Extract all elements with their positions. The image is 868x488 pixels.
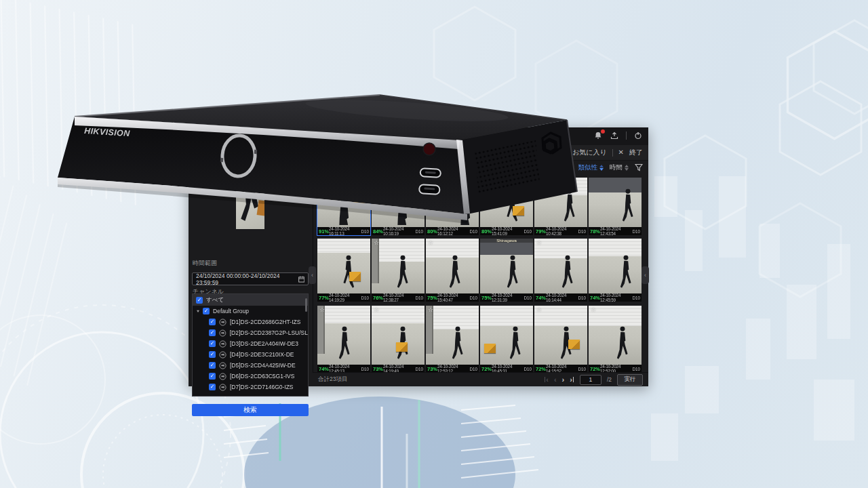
result-cell[interactable]: 77% 24-10-2024 14:19:29 D10 — [317, 239, 370, 302]
favorite-star-icon[interactable]: ☆ — [536, 306, 542, 313]
results-toolbar: 70 類似性 時間 — [548, 162, 644, 173]
favorite-star-icon[interactable]: ☆ — [536, 239, 542, 246]
result-snapshot: ☆ — [426, 239, 479, 293]
calendar-icon[interactable] — [298, 276, 304, 283]
time-range-input[interactable]: 24/10/2024 00:00:00-24/10/2024 23:59:59 — [192, 272, 309, 285]
similarity-value: 72% — [481, 366, 492, 372]
result-snapshot — [480, 178, 533, 227]
results-footer: 合計23項目 ‹ ‹ › › 1 /2 実行 — [313, 372, 648, 386]
result-cell[interactable]: ☆ 72% 24-10-2024 14:15:52 D10 — [534, 306, 587, 373]
result-meta: 75% 24-10-2024 12:31:39 D10 — [480, 293, 533, 302]
result-snapshot — [480, 306, 533, 365]
channel-row[interactable]: ✓ [D5]DS-2CD4A425IW-DE — [193, 360, 308, 371]
result-cell[interactable]: ☆ 76% 24-10-2024 12:38:27 D10 — [372, 239, 425, 302]
favorite-star-icon[interactable]: ☆ — [428, 239, 433, 246]
checkbox-checked-icon[interactable]: ✓ — [196, 297, 203, 304]
filter-funnel-icon[interactable] — [635, 163, 643, 171]
checkbox-checked-icon[interactable]: ✓ — [209, 351, 216, 358]
similarity-threshold-input[interactable]: 70 — [548, 162, 572, 173]
channel-row[interactable]: ✓ [D7]DS-2CD7146G0-IZS — [193, 382, 308, 392]
first-page-button[interactable]: ‹ — [544, 376, 549, 384]
checkbox-checked-icon[interactable]: ✓ — [209, 362, 216, 369]
exit-button[interactable]: 終了 — [629, 148, 643, 157]
checkbox-checked-icon[interactable]: ✓ — [209, 373, 216, 380]
grid-row: 77% 24-10-2024 14:19:29 D10 ☆ 76% 24-10-… — [317, 239, 642, 302]
result-meta: 80% 24-10-2024 16:12:12 D10 — [426, 227, 479, 235]
ptz-camera-icon — [219, 384, 226, 391]
favorite-star-icon[interactable]: ☆ — [319, 306, 325, 313]
scene-wall — [317, 306, 370, 323]
timestamp: 24-10-2024 12:45:59 — [600, 293, 632, 302]
last-page-button[interactable]: › — [570, 376, 574, 384]
result-cell[interactable]: ☆ 72% 24-10-2024 12:57:00 D10 — [589, 306, 642, 373]
result-cell[interactable]: 91% 24-10-2024 16:11:13 D10 — [317, 178, 370, 235]
result-cell[interactable]: 80% 24-10-2024 15:41:09 D10 — [480, 178, 533, 235]
similarity-value: 80% — [427, 228, 437, 235]
similarity-value: 72% — [536, 366, 546, 372]
channel-row[interactable]: ✓ [D1]DS-2CD2686G2HT-IZS — [193, 317, 308, 327]
result-cell[interactable]: 84% 24-10-2024 10:16:19 D10 — [372, 178, 425, 235]
result-cell[interactable]: 80% 24-10-2024 16:12:12 D10 — [426, 178, 479, 235]
result-meta: 91% 24-10-2024 16:11:13 D10 — [317, 227, 370, 235]
channel-list: ✓ [D1]DS-2CD2686G2HT-IZS ✓ [D2]DS-2CD238… — [193, 317, 308, 392]
channel-name: [D1]DS-2CD2686G2HT-IZS — [230, 319, 300, 325]
result-cell[interactable]: 78% 24-10-2024 12:43:54 D10 — [589, 178, 642, 235]
go-page-button[interactable]: 実行 — [617, 374, 643, 386]
favorite-star-icon[interactable]: ☆ — [374, 239, 379, 246]
result-cell[interactable]: ☆ 74% 24-10-2024 16:14:44 D10 — [534, 239, 587, 302]
result-meta: 74% 24-10-2024 12:45:59 D10 — [589, 293, 642, 302]
checkbox-checked-icon[interactable]: ✓ — [209, 384, 216, 390]
channel-select-all[interactable]: ✓ すべて — [193, 294, 308, 306]
search-button[interactable]: 検索 — [192, 404, 309, 416]
result-cell[interactable]: ☆ 73% 24-10-2024 12:53:12 D10 — [426, 306, 479, 373]
checkbox-checked-icon[interactable]: ✓ — [209, 329, 216, 336]
time-sort-label: 時間 — [610, 163, 623, 172]
checkbox-checked-icon[interactable]: ✓ — [209, 319, 216, 325]
next-page-button[interactable]: › — [562, 376, 565, 384]
person-silhouette — [332, 194, 355, 225]
reference-image[interactable] — [236, 178, 264, 229]
grid-row: ☆ 74% 24-10-2024 12:45:13 D10 ☆ 73% 24-1… — [317, 306, 642, 373]
channel-row[interactable]: ✓ [D2]DS-2CD2387G2P-LSU/SL — [193, 327, 308, 338]
scene-cardboard-box — [484, 344, 496, 353]
rightpanel-collapse-handle[interactable]: ‹ — [642, 266, 649, 284]
person-silhouette — [454, 194, 477, 225]
channel-row[interactable]: ✓ [D4]DS-2DE3C210IX-DE — [193, 349, 308, 360]
result-cell[interactable]: 72% 24-10-2024 16:45:31 D10 — [480, 306, 533, 373]
collapse-left-icon: ‹ — [644, 272, 646, 279]
channel-row[interactable]: ✓ [D3]DS-2DE2A404IW-DE3 — [193, 338, 308, 349]
favorite-star-icon[interactable]: ☆ — [374, 306, 379, 313]
checkbox-checked-icon[interactable]: ✓ — [203, 308, 210, 314]
timestamp: 24-10-2024 12:43:54 — [600, 226, 632, 236]
favorite-star-icon[interactable]: ☆ — [428, 306, 433, 313]
channel-tree: ✓ すべて ▾ ✓ Default Group ✓ [D1]DS-2CD2686… — [192, 293, 309, 396]
result-cell[interactable]: ☆ 73% 24-10-2024 14:19:49 D10 — [372, 306, 425, 373]
result-cell[interactable]: ☆ 75% 24-10-2024 15:40:47 D10 — [426, 239, 479, 302]
ptz-camera-icon — [219, 373, 226, 380]
chevron-down-icon[interactable]: ▾ — [197, 308, 199, 313]
favorite-star-icon[interactable]: ☆ — [591, 306, 596, 313]
sort-by-similarity[interactable]: 類似性 — [578, 163, 604, 172]
camera-id: D10 — [524, 367, 532, 371]
result-cell[interactable]: Shinagawa 75% 24-10-2024 12:31:39 D10 — [480, 239, 533, 302]
power-icon[interactable] — [633, 131, 643, 140]
favorites-button[interactable]: お気に入り — [572, 148, 607, 157]
result-cell[interactable]: 74% 24-10-2024 12:45:59 D10 — [589, 239, 642, 302]
tree-scrollbar[interactable] — [305, 298, 307, 312]
notification-bell-icon[interactable] — [593, 131, 603, 140]
sidebar-collapse-handle[interactable]: ‹ — [309, 266, 316, 284]
result-cell[interactable]: ☆ 74% 24-10-2024 12:45:13 D10 — [317, 306, 370, 373]
camera-id: D10 — [469, 296, 477, 300]
channel-group-row[interactable]: ▾ ✓ Default Group — [193, 306, 308, 317]
channel-row[interactable]: ✓ [D6]DS-2CD63C5G1-IVS — [193, 371, 308, 382]
page-number-input[interactable]: 1 — [580, 375, 601, 385]
timestamp: 24-10-2024 14:19:29 — [329, 293, 361, 302]
similarity-value: 75% — [481, 295, 492, 301]
result-cell[interactable]: 79% 24-10-2024 10:42:38 D10 — [534, 178, 587, 235]
export-icon[interactable] — [610, 131, 619, 140]
prev-page-button[interactable]: ‹ — [554, 376, 557, 384]
camera-id: D10 — [578, 367, 586, 371]
sort-by-time[interactable]: 時間 — [610, 163, 629, 172]
checkbox-checked-icon[interactable]: ✓ — [209, 340, 216, 347]
result-snapshot: ☆ — [426, 306, 479, 365]
